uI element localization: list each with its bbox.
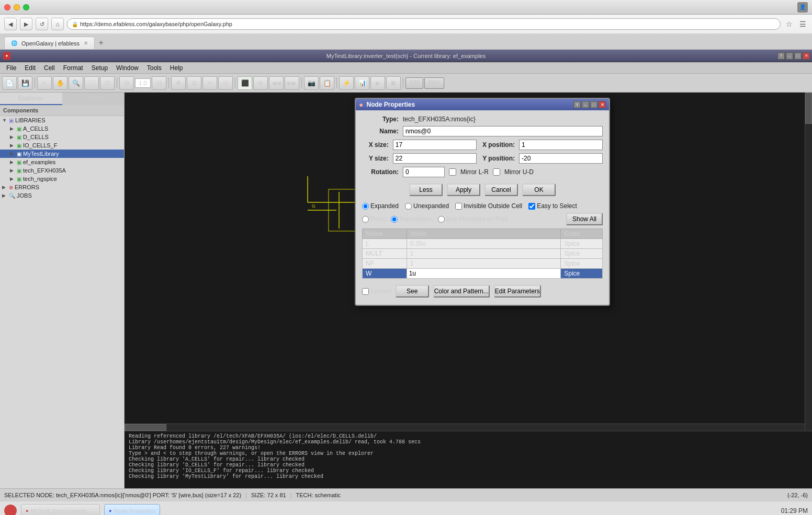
tb-sim-button[interactable]: SIM bbox=[405, 77, 423, 89]
invisible-check-item[interactable]: Invisible Outside Cell bbox=[455, 202, 522, 210]
app-maximize-button[interactable]: □ bbox=[794, 52, 802, 60]
tb-props-button[interactable]: 📋 bbox=[320, 76, 334, 90]
ysize-input[interactable] bbox=[393, 153, 477, 164]
tb-grid-button[interactable]: ⊞ bbox=[119, 76, 134, 90]
parameters-radio-item[interactable]: Parameters: bbox=[391, 215, 433, 223]
tb-delete-button[interactable]: ✂ bbox=[202, 76, 217, 90]
tb-camera-button[interactable]: 📷 bbox=[304, 76, 319, 90]
menu-file[interactable]: File bbox=[2, 63, 20, 73]
cancel-button[interactable]: Cancel bbox=[484, 184, 518, 196]
app-close-button[interactable]: ✕ bbox=[803, 52, 810, 60]
table-row[interactable]: L 0.35u Spice bbox=[363, 239, 603, 249]
horizontal-scrollbar-thumb[interactable] bbox=[125, 424, 166, 431]
tree-item-mytestlib[interactable]: ▶ ▣ MyTestLibrary bbox=[0, 150, 124, 158]
tb-select-button[interactable]: ↖ bbox=[37, 76, 52, 90]
apply-button[interactable]: Apply bbox=[447, 184, 480, 196]
browser-tab[interactable]: 🌐 OpenGalaxy | efabless ✕ bbox=[4, 37, 95, 49]
ports-radio[interactable] bbox=[362, 216, 369, 223]
mirror-lr-checkbox[interactable] bbox=[449, 168, 456, 176]
horizontal-scrollbar[interactable] bbox=[125, 424, 805, 431]
tb-netlist-button[interactable]: 📊 bbox=[355, 76, 369, 90]
param-value-W-cell[interactable] bbox=[407, 269, 561, 279]
tb-spice-button[interactable]: ⚡ bbox=[339, 76, 354, 90]
see-button[interactable]: See bbox=[396, 285, 429, 297]
yposition-input[interactable] bbox=[519, 153, 603, 164]
unexpanded-radio[interactable] bbox=[405, 203, 412, 210]
color-pattern-button[interactable]: Color and Pattern... bbox=[433, 285, 490, 297]
menu-help[interactable]: Help bbox=[166, 63, 187, 73]
invisible-checkbox[interactable] bbox=[455, 203, 462, 210]
sidebar-tab-explorer[interactable]: Explorer bbox=[0, 93, 62, 105]
locked-checkbox[interactable] bbox=[362, 288, 369, 295]
menu-format[interactable]: Format bbox=[59, 63, 87, 73]
tree-item-errors[interactable]: ▶ ⊗ ERRORS bbox=[0, 183, 124, 191]
tb-zoomfull-button[interactable]: ⊡ bbox=[100, 76, 115, 90]
vertical-scrollbar-thumb[interactable] bbox=[805, 93, 812, 124]
tab-close-button[interactable]: ✕ bbox=[84, 40, 88, 46]
locked-check[interactable]: Locked bbox=[362, 288, 391, 295]
menu-edit[interactable]: Edit bbox=[20, 63, 40, 73]
tb-rotate-button[interactable]: ⟳ bbox=[218, 76, 233, 90]
dialog-minimize-button[interactable]: – bbox=[582, 101, 589, 108]
tree-item-iocells[interactable]: ▶ ▣ IO_CELLS_F bbox=[0, 141, 124, 150]
ports-radio-item[interactable]: Ports: bbox=[362, 215, 387, 223]
bus-radio[interactable] bbox=[438, 216, 445, 223]
canvas-area[interactable]: nmos G W=1u L=0.35u NF=1 MULT=1 S bbox=[125, 93, 812, 431]
tb-place-button[interactable]: ⊕ bbox=[253, 76, 268, 90]
dialog-help-button[interactable]: ? bbox=[573, 101, 581, 108]
bus-radio-item[interactable]: Bus Members on Port: bbox=[438, 215, 509, 223]
sidebar-tab-layers[interactable]: Layers bbox=[62, 93, 125, 105]
taskbar-item-dialog[interactable]: ● Node Properties bbox=[104, 504, 160, 516]
minimize-button[interactable] bbox=[14, 4, 20, 10]
mirror-ud-checkbox[interactable] bbox=[493, 168, 500, 176]
back-button[interactable]: ◀ bbox=[4, 18, 17, 30]
table-row[interactable]: NF 1 Spice bbox=[363, 259, 603, 269]
less-button[interactable]: Less bbox=[409, 184, 443, 196]
unexpanded-radio-item[interactable]: Unexpanded bbox=[405, 202, 449, 210]
name-input[interactable] bbox=[403, 126, 603, 136]
show-all-button[interactable]: Show All bbox=[566, 213, 603, 225]
menu-setup[interactable]: Setup bbox=[87, 63, 112, 73]
tree-item-dcells[interactable]: ▶ ▣ D_CELLS bbox=[0, 133, 124, 141]
new-tab-button[interactable]: + bbox=[95, 37, 107, 49]
tree-item-tech-efxh035a[interactable]: ▶ ▣ tech_EFXH035A bbox=[0, 166, 124, 175]
forward-button[interactable]: ▶ bbox=[20, 18, 32, 30]
dialog-close-button[interactable]: ✕ bbox=[599, 101, 606, 108]
tb-wire-button[interactable]: ⬛ bbox=[238, 76, 252, 90]
xposition-input[interactable] bbox=[519, 140, 603, 150]
tb-pan-button[interactable]: ✋ bbox=[53, 76, 67, 90]
tb-move-button[interactable]: ✥ bbox=[171, 76, 186, 90]
url-bar[interactable]: 🔒 https://demo.efabless.com/galaxybase/p… bbox=[67, 18, 781, 30]
tb-stop-button[interactable]: ⏹ bbox=[386, 76, 401, 90]
menu-tools[interactable]: Tools bbox=[143, 63, 166, 73]
taskbar-item-main[interactable]: ● MyTestLibrary:inverter_... bbox=[21, 504, 100, 516]
close-button[interactable] bbox=[4, 4, 10, 10]
maximize-button[interactable] bbox=[23, 4, 29, 10]
bookmark-icon[interactable]: ☆ bbox=[784, 19, 794, 29]
tree-item-acells[interactable]: ▶ ▣ A_CELLS bbox=[0, 124, 124, 133]
menu-cell[interactable]: Cell bbox=[40, 63, 59, 73]
menu-window[interactable]: Window bbox=[112, 63, 143, 73]
easy-select-checkbox[interactable] bbox=[528, 203, 535, 210]
tree-item-libraries[interactable]: ▼ ▣ LIBRARIES bbox=[0, 116, 124, 124]
expanded-radio[interactable] bbox=[362, 203, 369, 210]
xsize-input[interactable] bbox=[393, 140, 477, 150]
edit-parameters-button[interactable]: Edit Parameters bbox=[494, 285, 541, 297]
tb-wav-button[interactable]: WAV bbox=[424, 77, 444, 89]
table-row-selected[interactable]: W Spice bbox=[363, 269, 603, 279]
table-row[interactable]: MULT 1 Spice bbox=[363, 249, 603, 259]
tree-item-efexamples[interactable]: ▶ ▣ ef_examples bbox=[0, 158, 124, 166]
vertical-scrollbar[interactable] bbox=[805, 93, 812, 431]
tree-item-tech-ngspice[interactable]: ▶ ▣ tech_ngspice bbox=[0, 175, 124, 183]
expanded-radio-item[interactable]: Expanded bbox=[362, 202, 399, 210]
parameters-radio[interactable] bbox=[391, 216, 398, 223]
reload-button[interactable]: ↺ bbox=[36, 18, 48, 30]
param-value-W-input[interactable] bbox=[407, 269, 561, 278]
home-button[interactable]: ⌂ bbox=[51, 18, 64, 30]
tb-save-button[interactable]: 💾 bbox=[18, 76, 32, 90]
tree-item-jobs[interactable]: ▶ 🔍 JOBS bbox=[0, 191, 124, 200]
tb-undo-button[interactable]: ◀◀ bbox=[269, 76, 284, 90]
app-help-button[interactable]: ? bbox=[777, 52, 785, 60]
tb-redo-button[interactable]: ▶▶ bbox=[285, 76, 299, 90]
ok-button[interactable]: OK bbox=[522, 184, 556, 196]
